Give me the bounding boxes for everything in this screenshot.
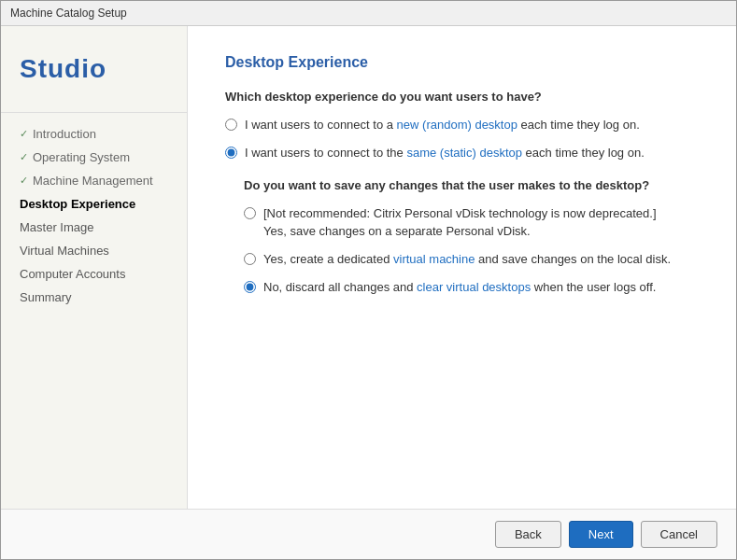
machine-catalog-setup-window: Machine Catalog Setup Studio ✓ Introduct… xyxy=(0,0,737,560)
sidebar-label-machine-management: Machine Management xyxy=(33,174,153,188)
next-button[interactable]: Next xyxy=(569,521,633,548)
radio-option-static: I want users to connect to the same (sta… xyxy=(225,143,699,163)
radio-option-discard: No, discard all changes and clear virtua… xyxy=(244,277,699,298)
check-icon-machine-management: ✓ xyxy=(20,175,28,187)
sidebar-item-master-image[interactable]: Master Image xyxy=(1,216,187,239)
sidebar-label-computer-accounts: Computer Accounts xyxy=(20,267,125,281)
sidebar-divider xyxy=(1,112,187,113)
radio-dedicated-label[interactable]: Yes, create a dedicated virtual machine … xyxy=(263,251,671,268)
radio-dedicated[interactable] xyxy=(244,253,256,265)
radio-discard-label[interactable]: No, discard all changes and clear virtua… xyxy=(263,279,656,296)
sidebar-label-master-image: Master Image xyxy=(20,220,93,234)
question2: Do you want to save any changes that the… xyxy=(225,178,699,192)
check-icon-introduction: ✓ xyxy=(20,128,28,140)
sidebar-item-machine-management[interactable]: ✓ Machine Management xyxy=(1,169,187,192)
sidebar-item-virtual-machines[interactable]: Virtual Machines xyxy=(1,239,187,262)
radio-pvdisk[interactable] xyxy=(244,207,256,219)
sidebar-item-computer-accounts[interactable]: Computer Accounts xyxy=(1,262,187,286)
radio-random[interactable] xyxy=(225,119,237,131)
sidebar: Studio ✓ Introduction ✓ Operating System… xyxy=(1,26,188,509)
window-title: Machine Catalog Setup xyxy=(10,7,127,20)
sidebar-item-desktop-experience[interactable]: Desktop Experience xyxy=(1,192,187,216)
footer: Back Next Cancel xyxy=(1,509,736,559)
radio-static[interactable] xyxy=(225,147,237,159)
sidebar-label-operating-system: Operating System xyxy=(33,150,130,164)
main-content: Desktop Experience Which desktop experie… xyxy=(188,26,736,509)
back-button[interactable]: Back xyxy=(495,521,561,548)
check-icon-operating-system: ✓ xyxy=(20,151,28,163)
sidebar-item-operating-system[interactable]: ✓ Operating System xyxy=(1,146,187,169)
content-area: Studio ✓ Introduction ✓ Operating System… xyxy=(1,26,736,509)
radio-option-pvdisk: [Not recommended: Citrix Personal vDisk … xyxy=(244,203,699,241)
sidebar-item-introduction[interactable]: ✓ Introduction xyxy=(1,122,187,146)
sidebar-item-summary[interactable]: Summary xyxy=(1,286,187,309)
sidebar-label-virtual-machines: Virtual Machines xyxy=(20,244,109,258)
sidebar-label-introduction: Introduction xyxy=(33,127,96,141)
radio-option-dedicated: Yes, create a dedicated virtual machine … xyxy=(244,249,699,270)
radio-random-label[interactable]: I want users to connect to a new (random… xyxy=(245,117,640,133)
title-bar: Machine Catalog Setup xyxy=(1,1,736,26)
sidebar-label-desktop-experience: Desktop Experience xyxy=(20,197,135,211)
radio-group-desktop-type: I want users to connect to a new (random… xyxy=(225,115,699,163)
radio-discard[interactable] xyxy=(244,281,256,293)
radio-pvdisk-label[interactable]: [Not recommended: Citrix Personal vDisk … xyxy=(263,205,657,239)
radio-option-random: I want users to connect to a new (random… xyxy=(225,115,699,135)
cancel-button[interactable]: Cancel xyxy=(641,521,717,548)
radio-static-label[interactable]: I want users to connect to the same (sta… xyxy=(245,145,645,161)
sidebar-label-summary: Summary xyxy=(20,290,72,304)
question1: Which desktop experience do you want use… xyxy=(225,90,699,104)
radio-group-save-changes: [Not recommended: Citrix Personal vDisk … xyxy=(225,203,699,298)
sidebar-title: Studio xyxy=(1,45,187,103)
section-title: Desktop Experience xyxy=(225,54,699,71)
